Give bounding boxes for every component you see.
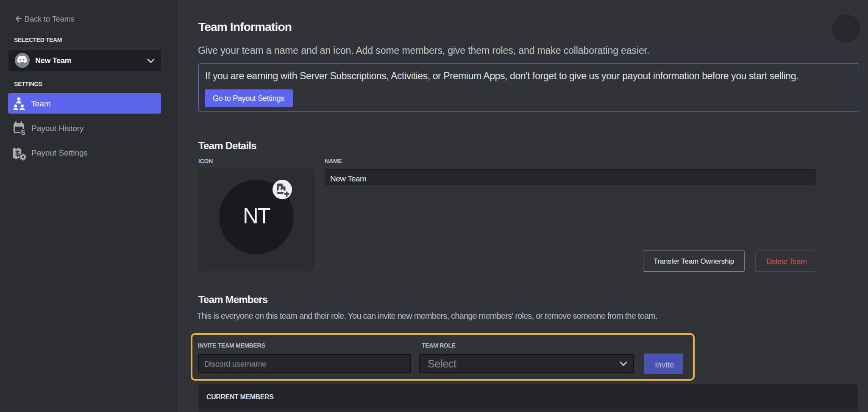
svg-text:$: $ [21, 128, 25, 136]
